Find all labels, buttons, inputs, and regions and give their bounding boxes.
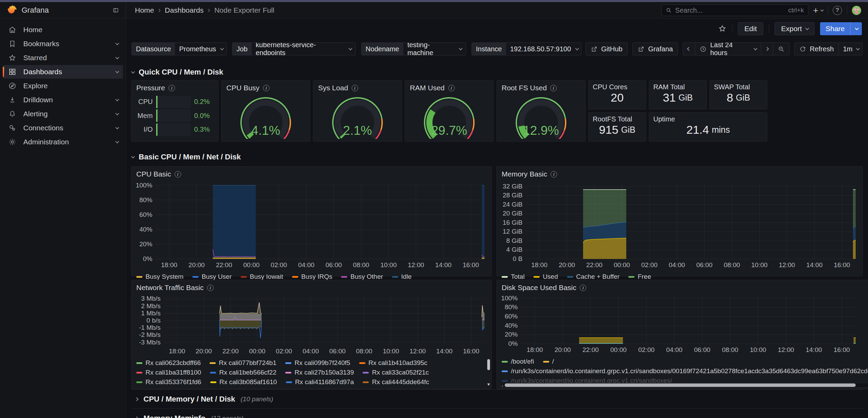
filter-instance[interactable]: Instance192.168.50.57:9100 [471,42,581,55]
scroll-down-arrow[interactable] [487,383,490,386]
filter-nodename[interactable]: Nodenametesting-machine [361,42,466,55]
legend-item[interactable]: Rx cali1ba31ff8100 [136,369,201,376]
panel-header[interactable]: RAM Usedi [405,80,493,93]
filter-datasource[interactable]: DatasourcePrometheus [131,42,227,55]
new-button[interactable]: + [813,5,823,16]
legend-item[interactable]: Rx cali1b410ad395c [359,359,427,367]
dashboards-grid-icon [8,68,16,76]
panel-header[interactable]: Root FS Usedi [497,80,585,93]
info-icon[interactable]: i [168,85,175,91]
cpu-basic-chart[interactable]: 0%20%40%60%80%100%18:0020:0022:0000:0002… [134,180,489,272]
info-icon[interactable]: i [175,171,181,178]
info-icon[interactable]: i [352,85,358,91]
legend-item[interactable]: Rx cali353376f1fd6 [136,378,201,386]
export-button[interactable]: Export [775,22,815,35]
legend-item[interactable]: Rx cali33ca052f21c [363,369,429,376]
info-icon[interactable]: i [207,285,214,291]
legend-item[interactable]: Busy Other [341,273,383,280]
legend-item[interactable]: Rx cali27b150a3139 [285,369,354,376]
legend-item[interactable]: Used [533,273,558,280]
legend-item[interactable]: / [543,358,554,365]
sidebar-item-connections[interactable]: Connections [3,121,123,135]
legend-item[interactable]: Busy Iowait [241,273,283,280]
panel-header[interactable]: Sys Loadi [313,80,402,93]
panel-header[interactable]: CPU Busyi [222,80,310,93]
legend-item[interactable]: Busy System [136,273,184,280]
info-icon[interactable]: i [580,285,586,291]
legend-vertical-scrollbar[interactable] [487,358,490,386]
dock-sidebar-icon[interactable] [113,7,120,13]
legend-label: Rx cali1beb566cf22 [219,369,276,376]
legend-swatch [285,372,291,374]
breadcrumb-item-dashboards[interactable]: Dashboards [165,6,203,14]
user-avatar[interactable] [852,6,861,15]
grafana-logo[interactable] [8,5,17,15]
panel-header[interactable]: Memory Basic i [497,167,863,179]
favorite-star-icon[interactable] [718,24,727,33]
legend-item[interactable]: Busy User [192,273,232,280]
legend-horizontal-scrollbar[interactable]: ‹ › [500,383,868,388]
scroll-left-arrow[interactable]: ‹ [502,383,503,387]
legend-item[interactable]: /run/k3s/containerd/io.containerd.grpc.v… [502,367,868,375]
legend-item[interactable]: Idle [392,273,412,280]
memory-basic-chart[interactable]: 0 B4 GiB8 GiB12 GiB16 GiB20 GiB24 GiB28 … [500,180,860,272]
refresh-interval-button[interactable]: 1m [839,43,863,55]
section-basic[interactable]: Basic CPU / Mem / Net / Disk [131,151,863,163]
refresh-button[interactable]: Refresh [795,43,839,55]
collapsed-row-cpu-memory-net-disk[interactable]: CPU / Memory / Net / Disk (10 panels) [131,389,863,408]
info-icon[interactable]: i [551,171,557,178]
panel-header[interactable]: CPU Basic i [131,167,491,179]
sidebar-item-drilldown[interactable]: Drilldown [3,93,123,107]
sidebar-item-home[interactable]: Home [3,23,123,37]
panel-header[interactable]: Network Traffic Basic i [131,280,491,292]
legend-item[interactable]: Busy IRQs [292,273,332,280]
scrollbar-thumb[interactable] [505,383,856,387]
edit-button[interactable]: Edit [738,22,763,35]
disk-legend: /boot/efi//run/k3s/containerd/io.contain… [497,356,868,386]
scrollbar-thumb[interactable] [487,359,490,370]
share-button[interactable]: Share [820,22,862,35]
network-traffic-chart[interactable]: 3 Mb/s2 Mb/s1 Mb/s0 b/s-1 Mb/s-2 Mb/s-3 … [134,293,489,358]
stat-title: CPU Cores [593,83,642,91]
legend-item[interactable]: Cache + Buffer [567,273,620,280]
legend-item[interactable]: Rx cali3b085af1610 [210,378,277,386]
section-quick-cpu-mem-disk[interactable]: Quick CPU / Mem / Disk [131,66,863,78]
time-zoom-out-button[interactable] [773,43,789,55]
sidebar-item-explore[interactable]: Explore [3,79,123,93]
legend-item[interactable]: Rx cali4445dde64fc [363,378,429,386]
disk-space-chart[interactable]: 0%20%40%60%80%100%18:0020:0022:0000:0002… [500,293,868,356]
legend-item[interactable]: Total [502,273,525,280]
time-forward-button[interactable] [761,43,773,55]
legend-item[interactable]: /boot/efi [502,358,534,365]
share-dropdown[interactable] [850,22,862,35]
breadcrumb-item-home[interactable]: Home [135,6,154,14]
legend-swatch [210,372,216,374]
sidebar-item-alerting[interactable]: Alerting [3,107,123,121]
svg-text:14:00: 14:00 [806,346,822,353]
panel-header[interactable]: Disk Space Used Basic i [497,280,868,292]
panel-title: CPU Busy [226,84,260,92]
search-input[interactable]: Search... ctrl+k [661,4,808,16]
info-icon[interactable]: i [448,85,455,91]
legend-item[interactable]: Rx cali1beb566cf22 [210,369,276,376]
time-back-button[interactable] [683,43,695,55]
sidebar-item-dashboards[interactable]: Dashboards [3,65,123,79]
help-icon[interactable]: ? [833,6,842,15]
collapsed-row-memory-meminfo[interactable]: Memory Meminfo (12 panels) [131,408,863,418]
plug-icon [8,124,16,132]
time-range-button[interactable]: Last 24 hours [695,43,761,55]
legend-item[interactable]: Rx cali077bbf724b1 [210,359,276,367]
panel-header[interactable]: Pressure i [131,80,218,93]
legend-item[interactable]: Free [628,273,651,280]
legend-item[interactable]: Rx cali0623cbdff66 [136,359,201,367]
sidebar-item-starred[interactable]: Starred [3,51,123,65]
filter-job[interactable]: Jobkubernetes-service-endpoints [232,42,356,55]
legend-item[interactable]: Rx cali4116867d97a [286,378,354,386]
link-button-grafana[interactable]: Grafana [632,42,678,55]
link-button-github[interactable]: GitHub [586,42,628,55]
info-icon[interactable]: i [550,85,557,91]
legend-item[interactable]: Rx cali099b7f240f5 [285,359,350,367]
sidebar-item-bookmarks[interactable]: Bookmarks [3,37,123,51]
sidebar-item-administration[interactable]: Administration [3,135,123,149]
info-icon[interactable]: i [263,85,269,91]
